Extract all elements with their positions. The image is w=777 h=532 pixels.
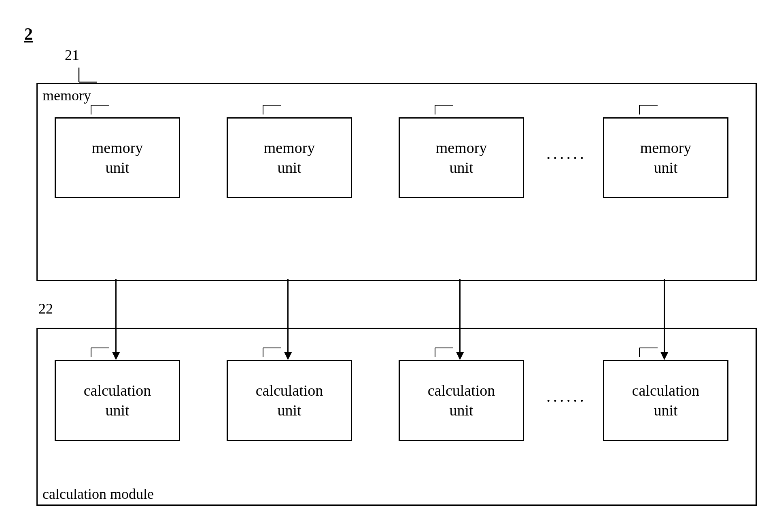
calc-unit-2: calculationunit xyxy=(227,360,352,441)
memory-unit-n: memoryunit xyxy=(603,117,728,198)
bracket-21-2 xyxy=(259,103,295,117)
bracket-21-1 xyxy=(87,103,123,117)
bracket-22-2 xyxy=(259,346,295,360)
calc-unit-1: calculationunit xyxy=(55,360,180,441)
bracket-21-n xyxy=(635,103,672,117)
memory-label: memory xyxy=(42,87,91,104)
bracket-22-1 xyxy=(87,346,123,360)
memory-dots: ......​ xyxy=(546,144,586,163)
calc-label: calculation module xyxy=(42,485,154,502)
bracket-line-21 xyxy=(16,47,138,87)
memory-unit-3: memoryunit xyxy=(399,117,524,198)
label-22: 22 xyxy=(38,300,53,317)
calc-unit-3: calculationunit xyxy=(399,360,524,441)
bracket-22-3 xyxy=(431,346,467,360)
calc-unit-n: calculationunit xyxy=(603,360,728,441)
bracket-22-n xyxy=(635,346,672,360)
memory-unit-2: memoryunit xyxy=(227,117,352,198)
memory-unit-1: memoryunit xyxy=(55,117,180,198)
diagram-container: 2 21 memory 21-1 21-2 21-3 xyxy=(16,24,761,518)
label-2: 2 xyxy=(24,24,33,44)
calc-dots: ......​ xyxy=(546,386,586,406)
bracket-21-3 xyxy=(431,103,467,117)
